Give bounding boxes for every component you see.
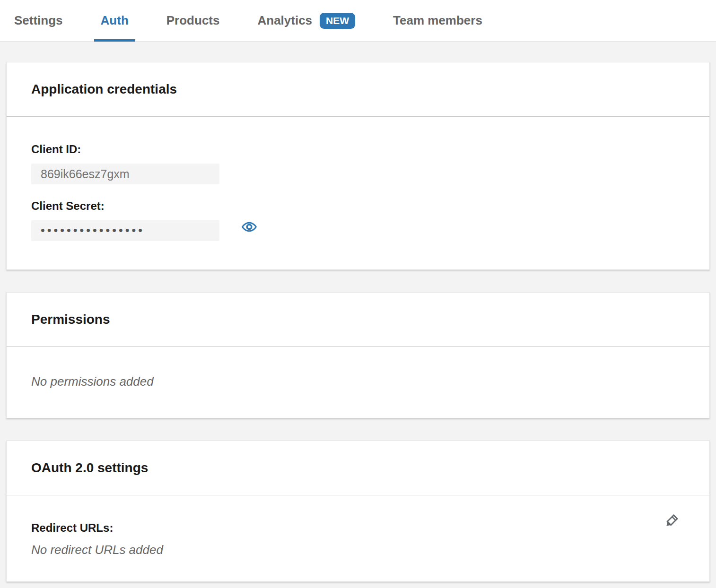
client-secret-masked-text: •••••••••••••••• bbox=[41, 224, 145, 238]
eye-icon bbox=[241, 219, 257, 235]
tab-settings-label: Settings bbox=[14, 13, 63, 28]
tab-team-members[interactable]: Team members bbox=[386, 0, 489, 41]
tab-analytics[interactable]: Analytics NEW bbox=[251, 0, 362, 41]
reveal-client-secret-button[interactable] bbox=[241, 219, 257, 235]
application-credentials-body: Client ID: 869ik66esz7gxm Client Secret:… bbox=[7, 117, 709, 269]
tab-products-label: Products bbox=[166, 13, 220, 28]
permissions-header: Permissions bbox=[7, 293, 709, 347]
client-secret-label: Client Secret: bbox=[31, 200, 685, 212]
edit-redirect-urls-button[interactable] bbox=[661, 511, 681, 531]
tab-team-members-label: Team members bbox=[393, 13, 482, 28]
tab-products[interactable]: Products bbox=[160, 0, 227, 41]
oauth-settings-card: OAuth 2.0 settings Redirect URLs: No red… bbox=[6, 441, 710, 582]
oauth-settings-header: OAuth 2.0 settings bbox=[7, 441, 709, 495]
client-secret-row: •••••••••••••••• bbox=[31, 212, 685, 241]
app-tabbar: Settings Auth Products Analytics NEW Tea… bbox=[0, 0, 716, 42]
client-id-value[interactable]: 869ik66esz7gxm bbox=[31, 164, 219, 184]
application-credentials-title: Application credentials bbox=[31, 82, 685, 96]
client-secret-value[interactable]: •••••••••••••••• bbox=[31, 220, 219, 241]
permissions-card: Permissions No permissions added bbox=[6, 292, 710, 418]
oauth-settings-body: Redirect URLs: No redirect URLs added bbox=[7, 495, 709, 581]
tab-settings[interactable]: Settings bbox=[8, 0, 70, 41]
application-credentials-header: Application credentials bbox=[7, 62, 709, 117]
application-credentials-card: Application credentials Client ID: 869ik… bbox=[6, 62, 710, 270]
tab-auth[interactable]: Auth bbox=[94, 0, 135, 41]
tab-auth-label: Auth bbox=[101, 13, 129, 28]
redirect-urls-empty-text: No redirect URLs added bbox=[31, 543, 685, 557]
redirect-urls-label: Redirect URLs: bbox=[31, 522, 685, 534]
client-id-label: Client ID: bbox=[31, 143, 685, 156]
new-badge: NEW bbox=[320, 13, 355, 29]
oauth-settings-title: OAuth 2.0 settings bbox=[31, 461, 685, 475]
permissions-empty-text: No permissions added bbox=[31, 374, 685, 389]
pencil-icon bbox=[661, 511, 681, 531]
permissions-title: Permissions bbox=[31, 312, 685, 327]
permissions-body: No permissions added bbox=[7, 347, 709, 418]
tab-analytics-label: Analytics bbox=[257, 13, 312, 28]
